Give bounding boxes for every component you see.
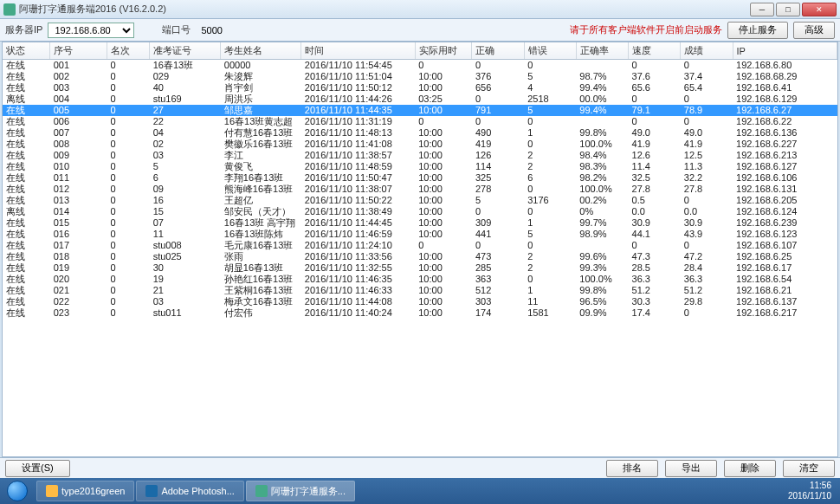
table-row[interactable]: 在线013016王超亿2016/11/10 11:50:2210:0053176…	[3, 195, 837, 206]
table-row[interactable]: 在线009003李江2016/11/10 11:38:5710:00126298…	[3, 150, 837, 161]
close-button[interactable]: ✕	[802, 3, 837, 16]
stop-service-button[interactable]: 停止服务	[727, 22, 788, 39]
column-header[interactable]: IP	[733, 42, 837, 60]
table-row[interactable]: 在线005027邹思嘉2016/11/10 11:44:3510:0079159…	[3, 105, 837, 116]
export-button[interactable]: 导出	[665, 460, 717, 477]
taskbar-item-folder[interactable]: type2016green	[36, 481, 134, 501]
minimize-button[interactable]: ─	[750, 3, 774, 16]
table-row[interactable]: 在线007004付有慧16春13班2016/11/10 11:48:1310:0…	[3, 127, 837, 139]
server-ip-select[interactable]: 192.168.6.80	[48, 23, 134, 38]
table-row[interactable]: 在线01005黄俊飞2016/11/10 11:48:5910:00114298…	[3, 161, 837, 172]
table-row[interactable]: 离线014015邹安民（天才）2016/11/10 11:38:4910:000…	[3, 206, 837, 217]
server-ip-label: 服务器IP	[5, 23, 42, 36]
clear-button[interactable]: 清空	[783, 460, 835, 477]
column-header[interactable]: 错误	[524, 42, 576, 60]
column-header[interactable]: 正确率	[576, 42, 628, 60]
data-table: 状态序号名次准考证号考生姓名时间实际用时正确错误正确率速度成绩IP 在线0010…	[3, 42, 837, 319]
taskbar-item-app[interactable]: 阿珊打字通服务...	[246, 481, 355, 501]
toolbar: 服务器IP 192.168.6.80 端口号 5000 请于所有客户端软件开启前…	[0, 19, 840, 42]
tray-date: 2016/11/10	[788, 491, 831, 501]
startup-message: 请于所有客户端软件开启前启动服务	[570, 23, 722, 36]
table-row[interactable]: 在线01601116春13班陈炜2016/11/10 11:46:5910:00…	[3, 229, 837, 240]
table-row[interactable]: 在线008002樊徽乐16春13班2016/11/10 11:41:0810:0…	[3, 139, 837, 150]
column-header[interactable]: 实际用时	[415, 42, 472, 60]
maximize-button[interactable]: □	[776, 3, 800, 16]
windows-orb-icon	[7, 481, 28, 501]
table-header-row[interactable]: 状态序号名次准考证号考生姓名时间实际用时正确错误正确率速度成绩IP	[3, 42, 837, 60]
tray-time: 11:56	[788, 481, 831, 491]
port-label: 端口号	[162, 23, 191, 36]
column-header[interactable]: 状态	[3, 42, 50, 60]
table-row[interactable]: 在线0170stu008毛元康16春13班2016/11/10 11:24:10…	[3, 240, 837, 251]
column-header[interactable]: 序号	[50, 42, 107, 60]
bottom-toolbar: 设置(S) 排名 导出 删除 清空	[0, 457, 840, 478]
column-header[interactable]: 考生姓名	[221, 42, 301, 60]
column-header[interactable]: 速度	[629, 42, 681, 60]
taskbar[interactable]: type2016green Adobe Photosh... 阿珊打字通服务..…	[0, 478, 840, 504]
column-header[interactable]: 正确	[472, 42, 524, 60]
table-row[interactable]: 在线022003梅承文16春13班2016/11/10 11:44:0810:0…	[3, 296, 837, 307]
sort-button[interactable]: 排名	[606, 460, 658, 477]
table-row[interactable]: 离线0040stu169周洪乐2016/11/10 11:44:2603:250…	[3, 94, 837, 105]
table-row[interactable]: 在线012009熊海峰16春13班2016/11/10 11:38:0710:0…	[3, 184, 837, 195]
titlebar: 阿珊打字通服务端2016 (V16.2.0.2) ─ □ ✕	[0, 0, 840, 19]
table-row[interactable]: 在线0180stu025张雨2016/11/10 11:33:5610:0047…	[3, 251, 837, 262]
table-row[interactable]: 在线020019孙艳红16春13班2016/11/10 11:46:3510:0…	[3, 274, 837, 285]
column-header[interactable]: 准考证号	[150, 42, 221, 60]
column-header[interactable]: 成绩	[681, 42, 733, 60]
table-row[interactable]: 在线01106李翔16春13班2016/11/10 11:50:4710:003…	[3, 172, 837, 184]
advanced-button[interactable]: 高级	[793, 22, 835, 39]
table-row[interactable]: 在线00602216春13班黄志超2016/11/10 11:31:190000…	[3, 116, 837, 127]
table-row[interactable]: 在线021021王紫桐16春13班2016/11/10 11:46:3310:0…	[3, 285, 837, 296]
delete-button[interactable]: 删除	[724, 460, 776, 477]
taskbar-item-photoshop[interactable]: Adobe Photosh...	[136, 481, 243, 501]
start-button[interactable]	[0, 478, 35, 504]
folder-icon	[46, 485, 58, 497]
column-header[interactable]: 名次	[107, 42, 149, 60]
column-header[interactable]: 时间	[301, 42, 415, 60]
table-row[interactable]: 在线01500716春13班 高宇翔2016/11/10 11:44:4510:…	[3, 217, 837, 229]
table-row[interactable]: 在线019030胡显16春13班2016/11/10 11:32:5510:00…	[3, 262, 837, 274]
window-title: 阿珊打字通服务端2016 (V16.2.0.2)	[19, 3, 750, 16]
table-row[interactable]: 在线001016春13班000002016/11/10 11:54:450000…	[3, 60, 837, 72]
port-value: 5000	[196, 25, 227, 36]
table-row[interactable]: 在线0230stu011付宏伟2016/11/10 11:40:2410:001…	[3, 307, 837, 319]
table-row[interactable]: 在线003040肖宇剑2016/11/10 11:50:1210:0065649…	[3, 82, 837, 94]
table-row[interactable]: 在线0020029朱浚辉2016/11/10 11:51:0410:003765…	[3, 71, 837, 82]
photoshop-icon	[145, 485, 158, 497]
app-icon	[255, 485, 268, 497]
system-tray[interactable]: 11:56 2016/11/10	[783, 479, 837, 503]
settings-button[interactable]: 设置(S)	[5, 460, 70, 477]
data-table-container: 状态序号名次准考证号考生姓名时间实际用时正确错误正确率速度成绩IP 在线0010…	[2, 42, 838, 457]
app-icon	[3, 3, 16, 16]
